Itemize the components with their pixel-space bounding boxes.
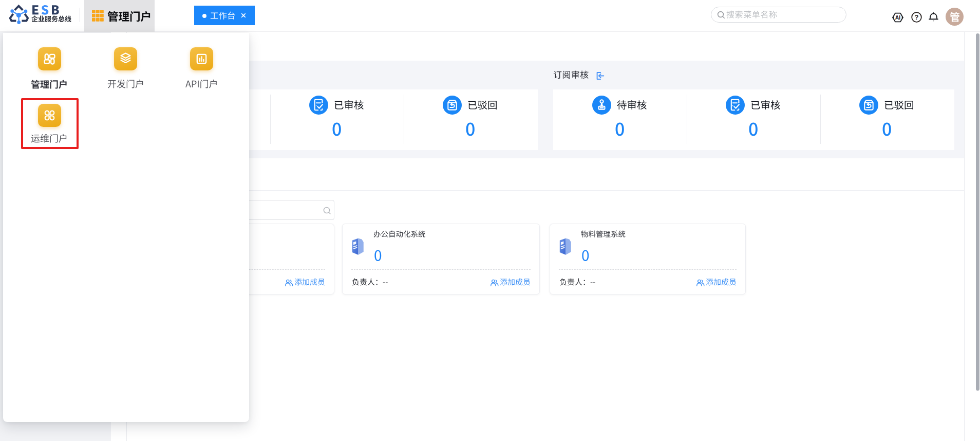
svg-text:?: ?	[914, 13, 918, 21]
svg-text:AI: AI	[895, 14, 900, 20]
